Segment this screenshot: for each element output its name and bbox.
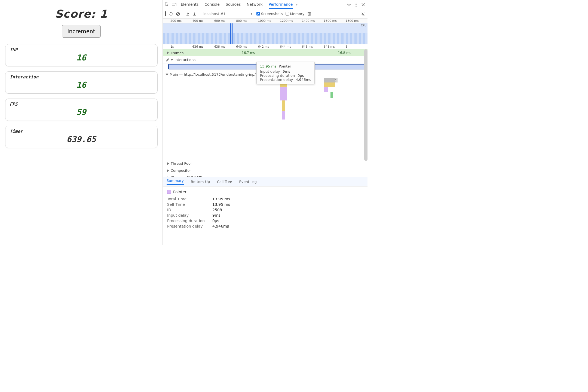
ov-tick: 1400 ms	[302, 19, 324, 23]
detail-tabs: SummaryBottom-UpCall TreeEvent Log	[163, 177, 367, 186]
devtools-tabbar: ElementsConsoleSourcesNetworkPerformance…	[163, 0, 367, 9]
triangle-right-icon	[167, 51, 169, 54]
triangle-right-icon	[167, 162, 169, 165]
card-value: 16	[10, 53, 153, 62]
tab-sources[interactable]: Sources	[226, 1, 241, 9]
record-button[interactable]	[165, 12, 166, 16]
frames-track[interactable]: Frames 16.7 ms 16.8 ms	[163, 49, 367, 56]
triangle-right-icon	[167, 176, 169, 177]
overview-strip[interactable]: 200 ms400 ms600 ms800 ms1000 ms1200 ms14…	[163, 19, 367, 44]
child-io-label: Chrome_ChildIOThread	[171, 176, 212, 177]
detail-tab-summary[interactable]: Summary	[167, 179, 184, 185]
inspect-icon[interactable]	[165, 2, 169, 7]
summary-row: Processing duration0µs	[167, 219, 363, 223]
svg-rect-1	[172, 3, 175, 5]
memory-input[interactable]	[286, 12, 289, 16]
score-value: 1	[100, 8, 108, 20]
child-io-track[interactable]: Chrome_ChildIOThread	[163, 174, 367, 177]
summary-title: Pointer	[167, 190, 363, 194]
ov-tick: 1600 ms	[324, 19, 345, 23]
summary-panel: Pointer Total Time13.95 msSelf Time13.95…	[163, 186, 367, 233]
overview-selection[interactable]	[230, 23, 233, 44]
svg-rect-2	[175, 4, 176, 6]
perf-settings-icon[interactable]	[361, 12, 365, 16]
gc-icon[interactable]	[307, 12, 311, 16]
clear-button[interactable]	[176, 12, 180, 16]
main-label: Main — http://localhost:5173/understandi…	[170, 72, 256, 76]
metric-card-fps: FPS59	[5, 99, 158, 121]
flame-ruler: 1s636 ms638 ms640 ms642 ms644 ms646 ms64…	[163, 44, 367, 49]
detail-tab-event-log[interactable]: Event Log	[239, 180, 257, 184]
memory-checkbox[interactable]: Memory	[286, 12, 305, 16]
device-icon[interactable]	[172, 2, 176, 7]
compositor-track[interactable]: Compositor	[163, 167, 367, 174]
tab-console[interactable]: Console	[204, 1, 220, 9]
flame-tick: 6	[346, 45, 367, 48]
summary-row: ID2508	[167, 208, 363, 212]
summary-row: Self Time13.95 ms	[167, 202, 363, 207]
tab-performance[interactable]: Performance	[269, 1, 293, 9]
svg-line-8	[347, 3, 348, 4]
upload-icon[interactable]	[186, 12, 190, 16]
reload-record-button[interactable]	[169, 12, 173, 16]
main-flame[interactable]: Task	[163, 78, 367, 160]
summary-row: Total Time13.95 ms	[167, 197, 363, 201]
summary-rows: Total Time13.95 msSelf Time13.95 msID250…	[167, 197, 363, 228]
card-label: FPS	[10, 102, 153, 107]
detail-tab-bottom-up[interactable]: Bottom-Up	[191, 180, 210, 184]
thread-pool-track[interactable]: Thread Pool	[163, 160, 367, 167]
detail-tab-call-tree[interactable]: Call Tree	[217, 180, 232, 184]
metrics-cards: INP16Interaction16FPS59Timer639.65	[5, 44, 158, 148]
svg-point-3	[348, 4, 350, 5]
target-select[interactable]: localhost #1▾	[202, 11, 254, 17]
svg-rect-19	[308, 13, 310, 16]
tab-network[interactable]: Network	[247, 1, 262, 9]
card-value: 59	[10, 107, 153, 117]
ov-tick: 600 ms	[214, 19, 236, 23]
close-icon[interactable]	[361, 2, 365, 7]
scrollbar[interactable]	[364, 49, 367, 161]
devtools-panel: ElementsConsoleSourcesNetworkPerformance…	[163, 0, 367, 245]
screenshots-input[interactable]	[256, 12, 260, 16]
tooltip-ms: 13.95 ms	[260, 64, 277, 68]
svg-point-13	[356, 4, 356, 5]
ov-tick: 1800 ms	[346, 19, 367, 23]
kebab-icon[interactable]	[354, 2, 358, 7]
increment-button[interactable]: Increment	[62, 25, 101, 38]
svg-point-12	[356, 2, 356, 3]
tracks-area[interactable]: Frames 16.7 ms 16.8 ms Interactions 13.9…	[163, 49, 367, 177]
card-value: 16	[10, 80, 153, 90]
card-label: Interaction	[10, 74, 153, 79]
edit-icon[interactable]	[166, 58, 169, 62]
screenshots-checkbox[interactable]: Screenshots	[256, 12, 283, 16]
flame-tick: 642 ms	[258, 45, 280, 48]
overview-body[interactable]: CPU NET	[163, 23, 367, 44]
flame-tick: 648 ms	[324, 45, 345, 48]
flame-tick: 640 ms	[236, 45, 258, 48]
color-swatch	[167, 190, 171, 194]
metric-card-interaction: Interaction16	[5, 71, 158, 94]
tooltip-row: Input delay9ms	[260, 69, 311, 74]
metric-card-inp: INP16	[5, 44, 158, 66]
ov-tick: 200 ms	[170, 19, 192, 23]
compositor-label: Compositor	[171, 169, 191, 173]
app-pane: Score: 1 Increment INP16Interaction16FPS…	[0, 0, 163, 245]
flame-tick: 636 ms	[192, 45, 214, 48]
more-tabs-icon[interactable]: »	[295, 2, 298, 7]
frame-time-0: 16.7 ms	[242, 51, 255, 55]
perf-toolbar: localhost #1▾ Screenshots Memory	[163, 9, 367, 19]
metric-card-timer: Timer639.65	[5, 126, 158, 148]
frames-label: Frames	[171, 51, 183, 55]
devtools-tabs: ElementsConsoleSourcesNetworkPerformance	[181, 1, 293, 9]
interactions-label: Interactions	[174, 58, 195, 62]
screenshots-label: Screenshots	[261, 12, 283, 16]
memory-label: Memory	[290, 12, 305, 16]
download-icon[interactable]	[192, 12, 196, 16]
gear-icon[interactable]	[347, 2, 351, 7]
ov-tick: 800 ms	[236, 19, 258, 23]
flame-tick: 638 ms	[214, 45, 236, 48]
card-label: Timer	[10, 129, 153, 134]
tab-elements[interactable]: Elements	[181, 1, 198, 9]
triangle-right-icon	[167, 169, 169, 172]
svg-line-18	[177, 13, 179, 15]
